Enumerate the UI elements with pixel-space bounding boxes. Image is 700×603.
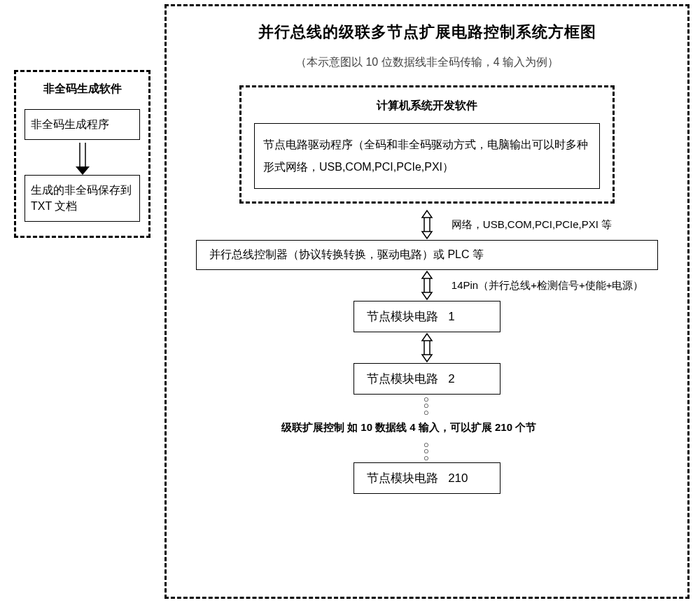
subtitle: （本示意图以 10 位数据线非全码传输，4 输入为例） [183, 55, 671, 70]
arrow-row-3 [183, 332, 671, 363]
main-system-box: 并行总线的级联多节点扩展电路控制系统方框图 （本示意图以 10 位数据线非全码传… [164, 4, 690, 599]
node-module-2-box: 节点模块电路 2 [354, 363, 500, 395]
svg-marker-2 [76, 166, 90, 175]
driver-program-box: 节点电路驱动程序（全码和非全码驱动方式，电脑输出可以时多种形式网络，USB,CO… [254, 123, 600, 189]
flow-area: 网络，USB,COM,PCI,PCIe,PXI 等 并行总线控制器（协议转换转换… [183, 209, 671, 494]
node-module-1-box: 节点模块电路 1 [354, 301, 500, 332]
controller-box: 并行总线控制器（协议转换转换，驱动电路）或 PLC 等 [196, 240, 658, 270]
left-title: 非全码生成软件 [24, 82, 140, 97]
arrow2-label: 14Pin（并行总线+检测信号+使能+电源） [451, 279, 644, 292]
arrow-down-icon [24, 140, 140, 175]
svg-marker-14 [422, 355, 432, 362]
arrow-row-1: 网络，USB,COM,PCI,PCIe,PXI 等 [183, 209, 671, 240]
svg-marker-10 [422, 292, 432, 299]
ellipsis-dots: ○ ○ ○ [424, 396, 430, 416]
double-arrow-icon [419, 270, 435, 301]
cascade-note: 级联扩展控制 如 10 数据线 4 输入，可以扩展 210 个节 [183, 421, 671, 434]
node-module-210-box: 节点模块电路 210 [354, 462, 500, 494]
double-arrow-icon [419, 209, 435, 240]
main-title: 并行总线的级联多节点扩展电路控制系统方框图 [183, 22, 671, 43]
non-full-code-program-box: 非全码生成程序 [24, 109, 140, 140]
svg-marker-11 [422, 334, 432, 341]
dev-software-box: 计算机系统开发软件 节点电路驱动程序（全码和非全码驱动方式，电脑输出可以时多种形… [239, 85, 615, 204]
ellipsis-dots-2: ○ ○ ○ [424, 441, 430, 461]
svg-marker-3 [422, 211, 432, 218]
save-txt-box: 生成的非全码保存到 TXT 文档 [24, 175, 140, 222]
arrow-row-2: 14Pin（并行总线+检测信号+使能+电源） [183, 270, 671, 301]
diagram-container: 非全码生成软件 非全码生成程序 生成的非全码保存到 TXT 文档 并行总线的级联… [0, 0, 700, 603]
double-arrow-icon [419, 332, 435, 363]
left-software-box: 非全码生成软件 非全码生成程序 生成的非全码保存到 TXT 文档 [14, 70, 150, 238]
dev-software-title: 计算机系统开发软件 [254, 99, 600, 113]
svg-marker-7 [422, 271, 432, 278]
svg-marker-6 [422, 232, 432, 239]
arrow1-label: 网络，USB,COM,PCI,PCIe,PXI 等 [451, 218, 612, 232]
